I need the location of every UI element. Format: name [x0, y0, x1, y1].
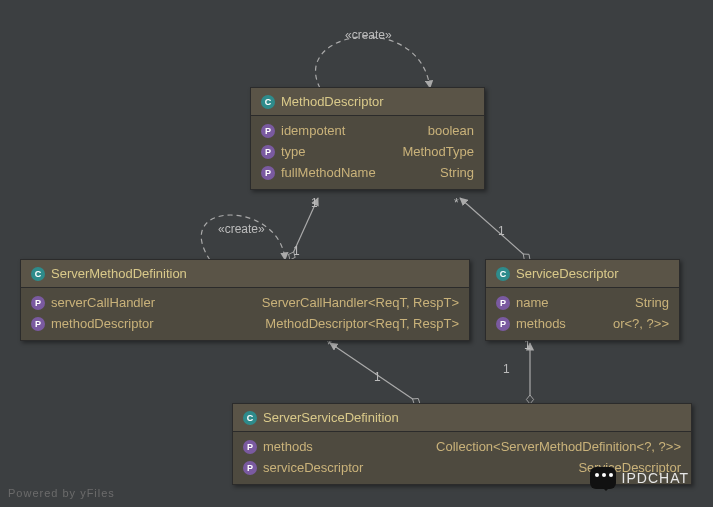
footer-credit: Powered by yFiles: [8, 487, 115, 499]
class-server-method-definition: C ServerMethodDefinition PserverCallHand…: [20, 259, 470, 341]
property-row: Pmethods Collection<ServerMethodDefiniti…: [233, 436, 691, 457]
property-icon: P: [31, 317, 45, 331]
property-name: name: [516, 295, 549, 310]
class-body: Pname String Pmethods or<?, ?>>: [486, 288, 679, 340]
mult-sd-ssd-dst: 1: [503, 362, 510, 376]
property-row: Pname String: [486, 292, 679, 313]
property-name: type: [281, 144, 306, 159]
class-title: C ServiceDescriptor: [486, 260, 679, 288]
class-name: MethodDescriptor: [281, 94, 384, 109]
class-body: Pidempotent boolean Ptype MethodType Pfu…: [251, 116, 484, 189]
class-service-descriptor: C ServiceDescriptor Pname String Pmethod…: [485, 259, 680, 341]
property-icon: P: [31, 296, 45, 310]
class-icon: C: [31, 267, 45, 281]
property-type: MethodType: [402, 144, 474, 159]
property-name: idempotent: [281, 123, 345, 138]
property-type: String: [440, 165, 474, 180]
class-title: C ServerMethodDefinition: [21, 260, 469, 288]
property-icon: P: [496, 317, 510, 331]
property-icon: P: [261, 124, 275, 138]
class-name: ServerServiceDefinition: [263, 410, 399, 425]
edge-label-create-md: «create»: [345, 28, 392, 42]
speech-bubble-icon: [590, 467, 616, 489]
class-name: ServerMethodDefinition: [51, 266, 187, 281]
property-type: boolean: [428, 123, 474, 138]
property-name: fullMethodName: [281, 165, 376, 180]
watermark-text: IPDCHAT: [622, 470, 689, 486]
property-type: String: [635, 295, 669, 310]
property-row: Pmethods or<?, ?>>: [486, 313, 679, 334]
class-title: C ServerServiceDefinition: [233, 404, 691, 432]
watermark: IPDCHAT: [590, 467, 689, 489]
property-icon: P: [261, 145, 275, 159]
property-name: methods: [263, 439, 313, 454]
mult-md-smd-dst: 1: [293, 244, 300, 258]
class-name: ServiceDescriptor: [516, 266, 619, 281]
mult-md-sd-dst: 1: [498, 224, 505, 238]
property-row: Pidempotent boolean: [251, 120, 484, 141]
property-type: ServerCallHandler<ReqT, RespT>: [262, 295, 459, 310]
mult-md-sd-src: *: [454, 196, 459, 210]
class-icon: C: [243, 411, 257, 425]
mult-smd-ssd-dst: 1: [374, 370, 381, 384]
property-type: Collection<ServerMethodDefinition<?, ?>>: [436, 439, 681, 454]
class-body: PserverCallHandler ServerCallHandler<Req…: [21, 288, 469, 340]
property-name: serverCallHandler: [51, 295, 155, 310]
property-row: PmethodDescriptor MethodDescriptor<ReqT,…: [21, 313, 469, 334]
class-title: C MethodDescriptor: [251, 88, 484, 116]
class-icon: C: [496, 267, 510, 281]
property-row: PfullMethodName String: [251, 162, 484, 183]
property-icon: P: [496, 296, 510, 310]
property-name: methodDescriptor: [51, 316, 154, 331]
property-type: or<?, ?>>: [613, 316, 669, 331]
mult-md-smd-src: 1: [311, 196, 318, 210]
class-icon: C: [261, 95, 275, 109]
property-name: serviceDescriptor: [263, 460, 363, 475]
property-icon: P: [243, 461, 257, 475]
property-icon: P: [243, 440, 257, 454]
property-row: PserverCallHandler ServerCallHandler<Req…: [21, 292, 469, 313]
edge-label-create-smd: «create»: [218, 222, 265, 236]
class-method-descriptor: C MethodDescriptor Pidempotent boolean P…: [250, 87, 485, 190]
property-name: methods: [516, 316, 566, 331]
property-icon: P: [261, 166, 275, 180]
property-type: MethodDescriptor<ReqT, RespT>: [265, 316, 459, 331]
property-row: Ptype MethodType: [251, 141, 484, 162]
